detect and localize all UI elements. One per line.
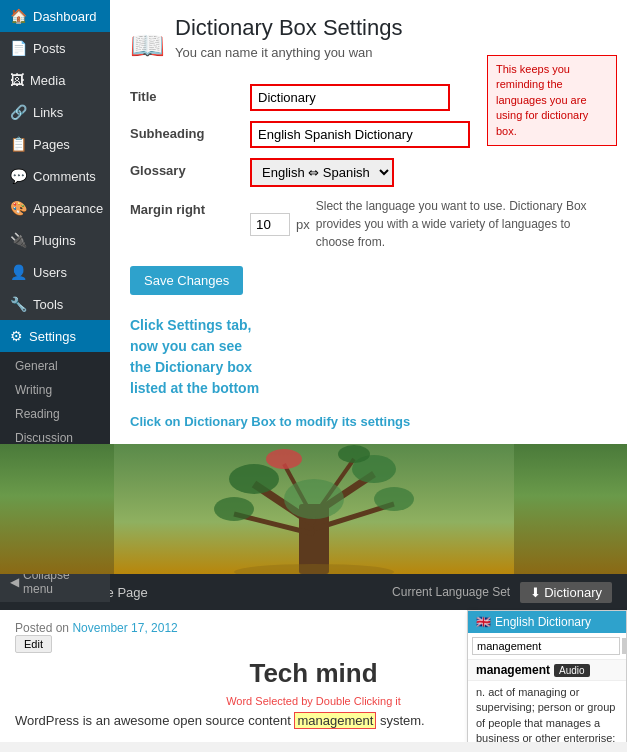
sidebar-item-label: Tools — [33, 297, 63, 312]
appearance-icon: 🎨 — [10, 200, 27, 216]
sidebar-item-label: Appearance — [33, 201, 103, 216]
post-meta: Posted on November 17, 2012 — [15, 621, 178, 635]
dashboard-icon: 🏠 — [10, 8, 27, 24]
title-label: Title — [130, 79, 250, 116]
margin-row: Margin right px Slect the language you w… — [130, 192, 607, 256]
nature-image-section — [0, 444, 627, 574]
links-icon: 🔗 — [10, 104, 27, 120]
sidebar-item-appearance[interactable]: 🎨 Appearance — [0, 192, 110, 224]
tree-svg — [114, 444, 514, 574]
media-icon: 🖼 — [10, 72, 24, 88]
posts-icon: 📄 — [10, 40, 27, 56]
down-icon: ⬇ — [530, 585, 541, 600]
sidebar-item-pages[interactable]: 📋 Pages — [0, 128, 110, 160]
sidebar-item-links[interactable]: 🔗 Links — [0, 96, 110, 128]
svg-point-13 — [338, 445, 370, 463]
tooltip-box: This keeps you reminding the languages y… — [487, 55, 617, 146]
sidebar-item-media[interactable]: 🖼 Media — [0, 64, 110, 96]
sidebar-item-label: Settings — [29, 329, 76, 344]
sidebar-item-label: Comments — [33, 169, 96, 184]
post-date-link[interactable]: November 17, 2012 — [72, 621, 177, 635]
dict-search-input[interactable] — [472, 637, 620, 655]
tools-icon: 🔧 — [10, 296, 27, 312]
dict-badge[interactable]: ⬇ Dictionary — [520, 582, 612, 603]
title-input[interactable] — [250, 84, 450, 111]
audio-button[interactable]: Audio — [554, 664, 590, 677]
page-subtitle: You can name it anything you wan — [175, 45, 402, 60]
subheading-input[interactable] — [250, 121, 470, 148]
dict-definition-1: n. act of managing or supervising; perso… — [468, 681, 626, 742]
svg-point-10 — [214, 497, 254, 521]
sidebar-item-dashboard[interactable]: 🏠 Dashboard — [0, 0, 110, 32]
highlighted-word: management — [294, 712, 376, 729]
edit-button[interactable]: Edit — [15, 635, 52, 653]
post-content-after: system. — [380, 713, 425, 728]
sidebar-item-comments[interactable]: 💬 Comments — [0, 160, 110, 192]
save-button[interactable]: Save Changes — [130, 266, 243, 295]
plugins-icon: 🔌 — [10, 232, 27, 248]
sidebar-sub-general[interactable]: General — [0, 354, 110, 378]
pages-icon: 📋 — [10, 136, 27, 152]
tooltip-text: This keeps you reminding the languages y… — [496, 63, 588, 137]
users-icon: 👤 — [10, 264, 27, 280]
glossary-select[interactable]: English ⇔ Spanish — [250, 158, 394, 187]
settings-icon: ⚙ — [10, 328, 23, 344]
page-title: Dictionary Box Settings — [175, 15, 402, 41]
sidebar-sub-reading[interactable]: Reading — [0, 402, 110, 426]
dict-badge-label: Dictionary — [544, 585, 602, 600]
dict-search-row: Go — [468, 633, 626, 660]
sidebar-item-label: Dashboard — [33, 9, 97, 24]
margin-desc: Slect the language you want to use. Dict… — [316, 197, 607, 251]
margin-unit: px — [296, 217, 310, 232]
sidebar-item-label: Links — [33, 105, 63, 120]
instruction-text-1: Click Settings tab, now you can see the … — [130, 315, 607, 399]
current-lang-label: Current Language Set — [392, 585, 510, 599]
subheading-label: Subheading — [130, 116, 250, 153]
svg-point-12 — [266, 449, 302, 469]
sidebar-item-label: Posts — [33, 41, 66, 56]
sidebar-item-label: Media — [30, 73, 65, 88]
svg-point-8 — [229, 464, 279, 494]
svg-point-14 — [284, 479, 344, 519]
sidebar-item-label: Users — [33, 265, 67, 280]
comments-icon: 💬 — [10, 168, 27, 184]
glossary-label: Glossary — [130, 153, 250, 192]
instruction-text-2: Click on Dictionary Box to modify its se… — [130, 414, 607, 429]
dict-popup-header: 🇬🇧 English Dictionary — [468, 611, 626, 633]
sidebar-item-plugins[interactable]: 🔌 Plugins — [0, 224, 110, 256]
svg-point-11 — [374, 487, 414, 511]
sidebar-sub-writing[interactable]: Writing — [0, 378, 110, 402]
glossary-row: Glossary English ⇔ Spanish — [130, 153, 607, 192]
dict-popup-title: English Dictionary — [495, 615, 591, 629]
sidebar-item-users[interactable]: 👤 Users — [0, 256, 110, 288]
sidebar-item-settings[interactable]: ⚙ Settings — [0, 320, 110, 352]
collapse-arrow-icon: ◀ — [10, 575, 19, 589]
nav-right: Current Language Set ⬇ Dictionary — [392, 582, 612, 603]
blog-section: 🇬🇧 English Dictionary Go management Audi… — [0, 610, 627, 742]
margin-input[interactable] — [250, 213, 290, 236]
margin-label: Margin right — [130, 192, 250, 256]
sidebar-item-label: Pages — [33, 137, 70, 152]
flag-icon: 🇬🇧 — [476, 615, 491, 629]
dictionary-popup: 🇬🇧 English Dictionary Go management Audi… — [467, 610, 627, 742]
sidebar-item-posts[interactable]: 📄 Posts — [0, 32, 110, 64]
dict-word: management — [476, 663, 550, 677]
main-content: 📖 Dictionary Box Settings You can name i… — [110, 0, 627, 444]
sidebar-item-label: Plugins — [33, 233, 76, 248]
dict-word-header: management Audio — [468, 660, 626, 681]
dict-search-button[interactable]: Go — [622, 638, 627, 654]
sidebar-item-tools[interactable]: 🔧 Tools — [0, 288, 110, 320]
post-content-before: WordPress is an awesome open source cont… — [15, 713, 291, 728]
dictionary-icon: 📖 — [130, 29, 165, 62]
